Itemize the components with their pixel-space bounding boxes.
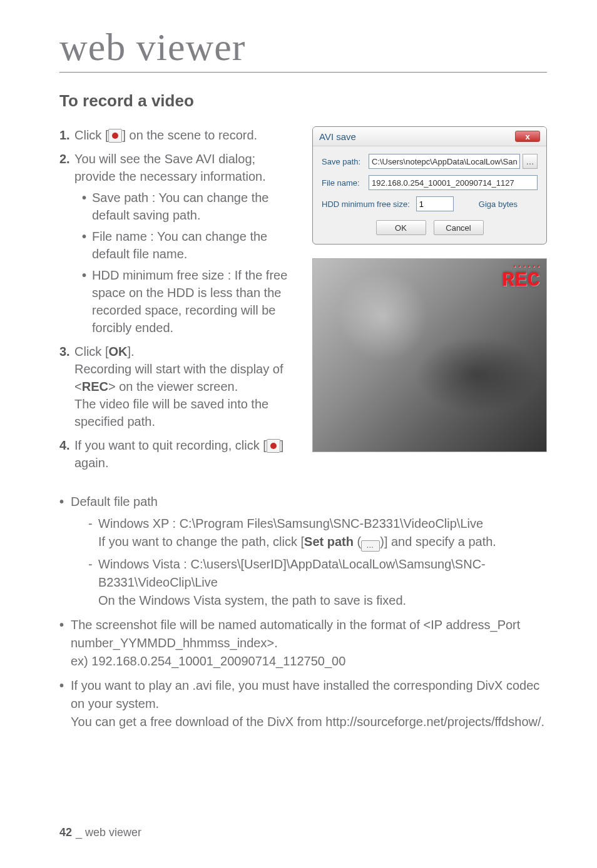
step-number: 3. (59, 343, 74, 430)
note-xp: - Windows XP : C:\Program Files\Samsung\… (71, 515, 547, 552)
text: ] on the scene to record. (122, 128, 257, 142)
text: ]. (127, 345, 134, 358)
note-vista: - Windows Vista : C:\users\[UserID]\AppD… (71, 555, 547, 610)
text: On the Windows Vista system, the path to… (98, 593, 406, 607)
text: Click [ (74, 128, 108, 142)
step-3: 3. Click [OK]. Recording will start with… (59, 343, 300, 430)
avi-save-dialog: AVI save x Save path: … File name: HDD m… (312, 126, 547, 245)
dialog-title: AVI save (319, 131, 356, 142)
step-number: 1. (59, 126, 74, 144)
set-path-text: Set path (304, 535, 354, 548)
rec-indicator: • • • • • • REC (502, 264, 540, 291)
page-footer: 42_ web viewer (59, 826, 141, 839)
step-2-sub-3: •HDD minimum free size : If the free spa… (74, 266, 300, 336)
page-title: web viewer (59, 25, 547, 73)
text: You will see the Save AVI dialog; provid… (74, 152, 266, 183)
file-name-input[interactable] (369, 175, 538, 190)
note-divx: • If you want to play an .avi file, you … (59, 677, 547, 731)
record-icon (267, 439, 280, 453)
hdd-unit: Giga bytes (479, 199, 518, 209)
text: The video file will be saved into the sp… (74, 397, 268, 428)
record-icon (108, 129, 122, 143)
text: Windows Vista : C:\users\[UserID]\AppDat… (98, 557, 486, 589)
step-1: 1. Click [] on the scene to record. (59, 126, 300, 144)
note-default-file-path: • Default file path - Windows XP : C:\Pr… (59, 493, 547, 610)
step-2-sub-1: •Save path : You can change the default … (74, 189, 300, 224)
save-path-label: Save path: (322, 157, 369, 166)
step-number: 4. (59, 437, 74, 472)
ok-button[interactable]: OK (376, 220, 426, 235)
text: If you want to play an .avi file, you mu… (71, 679, 539, 710)
rec-text: REC (502, 270, 540, 291)
text: Save path : You can change the default s… (92, 189, 300, 224)
video-preview: • • • • • • REC (312, 258, 547, 452)
step-2: 2. You will see the Save AVI dialog; pro… (59, 150, 300, 336)
text: File name : You can change the default f… (92, 228, 300, 263)
text: Default file path (71, 495, 158, 508)
text: Windows XP : C:\Program Files\Samsung\SN… (98, 517, 483, 530)
text: ( (354, 535, 361, 548)
note-naming: • The screenshot file will be named auto… (59, 616, 547, 670)
cancel-button[interactable]: Cancel (434, 220, 484, 235)
section-title: To record a video (59, 91, 547, 111)
browse-button[interactable]: … (523, 154, 538, 169)
text: )] and specify a path. (380, 535, 496, 548)
hdd-min-label: HDD minimum free size: (322, 199, 410, 209)
text: You can get a free download of the DivX … (71, 715, 544, 729)
text: If you want to quit recording, click [ (74, 438, 267, 452)
step-4: 4. If you want to quit recording, click … (59, 437, 300, 472)
text: If you want to change the path, click [ (98, 535, 304, 548)
save-path-input[interactable] (369, 154, 520, 169)
text: ex) 192.168.0.254_10001_20090714_112750_… (71, 654, 345, 668)
text: > on the viewer screen. (108, 380, 238, 393)
text: The screenshot file will be named automa… (71, 618, 520, 650)
close-button[interactable]: x (515, 131, 540, 142)
text: HDD minimum free size : If the free spac… (92, 266, 300, 336)
file-name-label: File name: (322, 178, 369, 188)
rec-text: REC (82, 380, 108, 393)
page-number: 42 (59, 826, 72, 839)
step-number: 2. (59, 150, 74, 336)
hdd-min-input[interactable] (416, 196, 454, 211)
step-2-sub-2: •File name : You can change the default … (74, 228, 300, 263)
set-path-icon: … (361, 540, 380, 552)
ok-text: OK (108, 345, 127, 358)
dialog-titlebar: AVI save x (313, 127, 546, 146)
text: Click [ (74, 345, 108, 358)
footer-label: web viewer (85, 826, 141, 839)
